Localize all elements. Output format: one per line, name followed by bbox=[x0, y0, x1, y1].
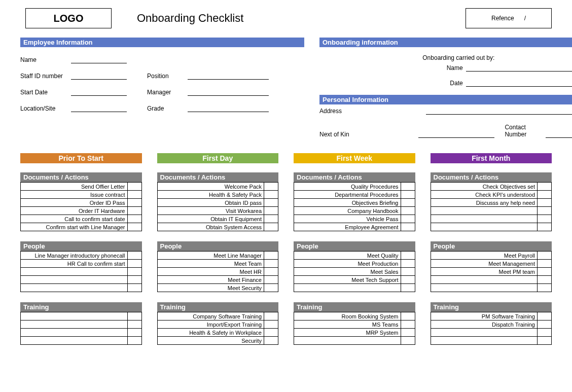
checklist-item-checkbox[interactable] bbox=[264, 215, 278, 223]
checklist-item-checkbox[interactable] bbox=[127, 199, 141, 207]
table-row: Welcome Pack bbox=[157, 183, 278, 191]
table-row: Call to confirm start date bbox=[21, 215, 142, 223]
checklist-item-checkbox[interactable] bbox=[401, 191, 415, 199]
checklist-item-checkbox[interactable] bbox=[401, 312, 415, 320]
checklist-item-checkbox[interactable] bbox=[264, 320, 278, 329]
checklist-item-checkbox[interactable] bbox=[127, 268, 141, 276]
checklist-item-checkbox[interactable] bbox=[538, 268, 552, 276]
table-row: Room Booking System bbox=[294, 312, 415, 320]
checklist-item-checkbox[interactable] bbox=[127, 312, 141, 320]
checklist-item-checkbox[interactable] bbox=[401, 207, 415, 215]
checklist-item-checkbox[interactable] bbox=[401, 337, 415, 345]
checklist-item-checkbox[interactable] bbox=[264, 183, 278, 191]
checklist-item-checkbox[interactable] bbox=[538, 215, 552, 223]
checklist-item-label bbox=[21, 268, 128, 276]
checklist-item-checkbox[interactable] bbox=[264, 268, 278, 276]
checklist-item-checkbox[interactable] bbox=[127, 252, 141, 260]
table-row bbox=[431, 223, 552, 231]
checklist-item-checkbox[interactable] bbox=[264, 191, 278, 199]
checklist-item-checkbox[interactable] bbox=[401, 276, 415, 284]
table-row: Departmental Procedures bbox=[294, 191, 415, 199]
checklist-item-checkbox[interactable] bbox=[127, 276, 141, 284]
input-name[interactable] bbox=[71, 56, 127, 63]
checklist-item-checkbox[interactable] bbox=[538, 207, 552, 215]
input-staff-id[interactable] bbox=[71, 73, 127, 80]
checklist-item-checkbox[interactable] bbox=[538, 337, 552, 345]
checklist-item-label: Quality Procedures bbox=[294, 183, 401, 191]
phase-week-bar: First Week bbox=[294, 153, 415, 163]
checklist-item-label: Meet HR bbox=[157, 268, 264, 276]
checklist-item-checkbox[interactable] bbox=[401, 284, 415, 292]
checklist-item-checkbox[interactable] bbox=[127, 337, 141, 345]
checklist-item-checkbox[interactable] bbox=[264, 284, 278, 292]
checklist-item-label: Line Manager introductory phonecall bbox=[21, 252, 128, 260]
checklist-item-checkbox[interactable] bbox=[538, 223, 552, 231]
label-contact: Contact Number bbox=[505, 124, 543, 138]
checklist-item-checkbox[interactable] bbox=[127, 215, 141, 223]
checklist-item-label: MS Teams bbox=[294, 320, 401, 329]
checklist-item-checkbox[interactable] bbox=[538, 329, 552, 337]
checklist-item-checkbox[interactable] bbox=[401, 320, 415, 329]
checklist-item-checkbox[interactable] bbox=[538, 260, 552, 268]
checklist-item-checkbox[interactable] bbox=[538, 284, 552, 292]
day-training-table: Company Software TrainingImport/Export T… bbox=[157, 312, 279, 345]
table-row: Meet Payroll bbox=[431, 252, 552, 260]
input-onboard-name[interactable] bbox=[466, 64, 572, 72]
checklist-item-checkbox[interactable] bbox=[127, 183, 141, 191]
checklist-item-checkbox[interactable] bbox=[264, 276, 278, 284]
checklist-item-label bbox=[21, 284, 128, 292]
checklist-item-checkbox[interactable] bbox=[264, 223, 278, 231]
checklist-item-checkbox[interactable] bbox=[401, 268, 415, 276]
input-position[interactable] bbox=[188, 73, 269, 80]
checklist-item-checkbox[interactable] bbox=[264, 312, 278, 320]
checklist-item-checkbox[interactable] bbox=[264, 337, 278, 345]
checklist-item-checkbox[interactable] bbox=[264, 329, 278, 337]
checklist-item-checkbox[interactable] bbox=[401, 329, 415, 337]
checklist-item-checkbox[interactable] bbox=[127, 223, 141, 231]
checklist-item-checkbox[interactable] bbox=[401, 199, 415, 207]
checklist-item-label: Order ID Pass bbox=[21, 199, 128, 207]
checklist-item-checkbox[interactable] bbox=[127, 260, 141, 268]
checklist-item-checkbox[interactable] bbox=[538, 191, 552, 199]
checklist-item-checkbox[interactable] bbox=[538, 199, 552, 207]
checklist-item-checkbox[interactable] bbox=[127, 207, 141, 215]
checklist-item-checkbox[interactable] bbox=[401, 252, 415, 260]
table-row bbox=[294, 337, 415, 345]
checklist-item-label: Welcome Pack bbox=[157, 183, 264, 191]
input-address[interactable] bbox=[426, 108, 572, 115]
input-grade[interactable] bbox=[188, 105, 269, 112]
personal-info-bar: Personal Information bbox=[319, 95, 572, 104]
input-next-of-kin[interactable] bbox=[418, 131, 494, 138]
checklist-item-checkbox[interactable] bbox=[264, 207, 278, 215]
input-onboard-date[interactable] bbox=[466, 80, 572, 87]
checklist-item-checkbox[interactable] bbox=[538, 252, 552, 260]
checklist-item-checkbox[interactable] bbox=[401, 215, 415, 223]
table-row: Issue contract bbox=[21, 191, 142, 199]
label-name: Name bbox=[20, 56, 71, 63]
checklist-item-checkbox[interactable] bbox=[264, 252, 278, 260]
checklist-item-label: PM Software Training bbox=[431, 312, 538, 320]
checklist-item-checkbox[interactable] bbox=[538, 183, 552, 191]
table-row: Import/Export Training bbox=[157, 320, 278, 329]
input-manager[interactable] bbox=[188, 89, 269, 96]
checklist-item-checkbox[interactable] bbox=[401, 260, 415, 268]
input-start-date[interactable] bbox=[71, 89, 127, 96]
logo-box: LOGO bbox=[25, 8, 112, 28]
checklist-item-checkbox[interactable] bbox=[127, 329, 141, 337]
label-position: Position bbox=[147, 73, 188, 80]
checklist-item-label bbox=[21, 329, 128, 337]
input-contact[interactable] bbox=[546, 131, 572, 138]
checklist-item-checkbox[interactable] bbox=[127, 320, 141, 329]
checklist-item-checkbox[interactable] bbox=[401, 223, 415, 231]
checklist-item-checkbox[interactable] bbox=[264, 260, 278, 268]
checklist-item-checkbox[interactable] bbox=[538, 276, 552, 284]
checklist-item-label: Check KPI's understood bbox=[431, 191, 538, 199]
checklist-item-checkbox[interactable] bbox=[401, 183, 415, 191]
checklist-item-checkbox[interactable] bbox=[127, 284, 141, 292]
table-row: Line Manager introductory phonecall bbox=[21, 252, 142, 260]
input-location[interactable] bbox=[71, 105, 127, 112]
checklist-item-checkbox[interactable] bbox=[538, 320, 552, 329]
checklist-item-checkbox[interactable] bbox=[264, 199, 278, 207]
checklist-item-checkbox[interactable] bbox=[127, 191, 141, 199]
checklist-item-checkbox[interactable] bbox=[538, 312, 552, 320]
